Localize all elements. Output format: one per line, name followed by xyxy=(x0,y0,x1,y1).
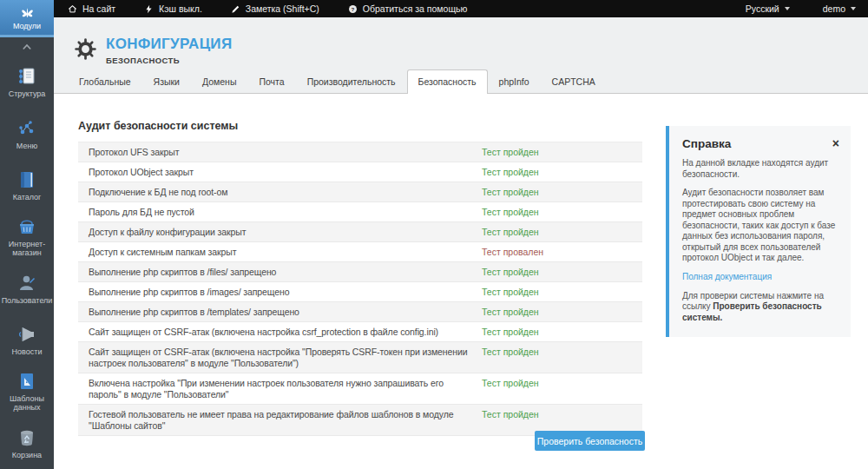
audit-row-label: Доступ к файлу конфигурации закрыт xyxy=(78,222,482,241)
audit-row-status: Тест пройден xyxy=(482,373,642,393)
audit-row-status: Тест пройден xyxy=(482,202,642,221)
tab-domains[interactable]: Домены xyxy=(191,69,247,94)
audit-title: Аудит безопасности системы xyxy=(78,120,642,132)
audit-row-label: Протокол UFS закрыт xyxy=(78,142,482,162)
language-label: Русский xyxy=(746,3,779,14)
sidebar-collapse-button[interactable] xyxy=(0,37,54,56)
tab-captcha[interactable]: CAPTCHA xyxy=(541,69,607,94)
audit-row-status: Тест пройден xyxy=(482,342,642,361)
caret-down-icon xyxy=(851,7,856,10)
full-documentation-link[interactable]: Полная документация xyxy=(682,272,772,283)
users-icon xyxy=(16,273,37,294)
catalog-icon xyxy=(16,169,37,190)
topbar-item-help[interactable]: ? Обратиться за помощью xyxy=(348,3,468,14)
svg-text:?: ? xyxy=(351,5,354,11)
pencil-icon xyxy=(231,4,240,14)
topbar-item-cache[interactable]: Кэш выкл. xyxy=(144,3,202,14)
audit-row-label: Доступ к системным папкам закрыт xyxy=(78,242,482,261)
header-main: КОНФИГУРАЦИЯ БЕЗОПАСНОСТЬ xyxy=(54,17,868,65)
audit-row: Подключение к БД не под root-ом Тест про… xyxy=(78,182,642,202)
audit-row-status: Тест пройден xyxy=(482,142,642,162)
audit-row: Пароль для БД не пустой Тест пройден xyxy=(78,202,642,222)
help-paragraph-3: Для проверки системы нажмите на ссылку П… xyxy=(682,291,838,324)
page-title: КОНФИГУРАЦИЯ xyxy=(106,36,232,53)
audit-row-label: Включена настройка "При изменении настро… xyxy=(78,373,482,404)
caret-down-icon xyxy=(785,7,790,10)
content: Аудит безопасности системы Протокол UFS … xyxy=(54,94,868,469)
audit-row-status: Тест пройден xyxy=(482,222,642,241)
sidebar-item-menu[interactable]: Меню xyxy=(0,108,54,159)
home-icon xyxy=(68,4,77,14)
menu-icon xyxy=(16,118,37,139)
sidebar-item-modules[interactable]: Модули xyxy=(0,0,54,37)
page-header: КОНФИГУРАЦИЯ БЕЗОПАСНОСТЬ ГлобальныеЯзык… xyxy=(54,17,868,94)
templates-icon xyxy=(16,371,37,392)
audit-row-label: Выполнение php скриптов в /templates/ за… xyxy=(78,302,482,321)
tab-bar: ГлобальныеЯзыкиДоменыПочтаПроизводительн… xyxy=(68,69,607,94)
audit-row-status: Тест пройден xyxy=(482,162,642,182)
tab-phpinfo[interactable]: phpInfo xyxy=(488,69,541,94)
tab-mail[interactable]: Почта xyxy=(247,69,295,94)
topbar-item-note[interactable]: Заметка (Shift+C) xyxy=(231,3,319,14)
audit-row: Включена настройка "При изменении настро… xyxy=(78,373,642,405)
topbar-item-site[interactable]: На сайт xyxy=(68,3,115,14)
sidebar-items: Структура Меню Каталог Интернет-магазин … xyxy=(0,56,54,469)
audit-row: Доступ к системным папкам закрыт Тест пр… xyxy=(78,242,642,262)
audit-row: Выполнение php скриптов в /images/ запре… xyxy=(78,282,642,302)
tab-languages[interactable]: Языки xyxy=(142,69,191,94)
sidebar-item-label: Модули xyxy=(13,22,41,30)
tab-global[interactable]: Глобальные xyxy=(68,69,142,94)
help-title: Справка xyxy=(682,137,838,150)
audit-row-label: Выполнение php скриптов в /images/ запре… xyxy=(78,282,482,301)
structure-icon xyxy=(16,66,37,87)
lightning-icon xyxy=(144,4,154,14)
audit-row-label: Сайт защищен от CSRF-атак (включена наст… xyxy=(78,322,482,341)
sidebar-item-templates[interactable]: Шаблоны данных xyxy=(0,366,54,417)
chevron-up-icon xyxy=(19,39,35,55)
audit-row-status: Тест пройден xyxy=(482,322,642,341)
check-security-button[interactable]: Проверить безопасность xyxy=(535,431,645,451)
audit-row-status: Тест пройден xyxy=(482,182,642,201)
sidebar-item-structure[interactable]: Структура xyxy=(0,56,54,108)
audit-row: Протокол UObject закрыт Тест пройден xyxy=(78,162,642,182)
help-panel: Справка × На данной вкладке находятся ау… xyxy=(666,126,851,337)
help-paragraph-1: На данной вкладке находятся аудит безопа… xyxy=(682,158,838,180)
audit-row-label: Подключение к БД не под root-ом xyxy=(78,182,482,201)
audit-row-status: Тест пройден xyxy=(482,262,642,281)
audit-row: Протокол UFS закрыт Тест пройден xyxy=(78,142,642,162)
audit-table: Аудит безопасности системы Протокол UFS … xyxy=(78,120,642,436)
audit-row-label: Протокол UObject закрыт xyxy=(78,162,482,182)
tab-performance[interactable]: Производительность xyxy=(296,69,407,94)
language-dropdown[interactable]: Русский xyxy=(746,3,790,14)
audit-row-status: Тест провален xyxy=(482,242,642,261)
sidebar-item-news[interactable]: Новости xyxy=(0,314,54,366)
audit-row: Выполнение php скриптов в /templates/ за… xyxy=(78,302,642,322)
audit-row: Доступ к файлу конфигурации закрыт Тест … xyxy=(78,222,642,242)
sidebar-item-trash[interactable]: Корзина xyxy=(0,418,54,469)
trash-icon xyxy=(16,427,37,448)
audit-row-label: Сайт защищен от CSRF-атак (включена наст… xyxy=(78,342,482,373)
page-subtitle: БЕЗОПАСНОСТЬ xyxy=(106,56,232,65)
user-dropdown[interactable]: demo xyxy=(823,3,856,14)
help-paragraph-2: Аудит безопасности позволяет вам протест… xyxy=(682,188,838,264)
sidebar-item-catalog[interactable]: Каталог xyxy=(0,160,54,211)
audit-row: Сайт защищен от CSRF-атак (включена наст… xyxy=(78,322,642,342)
user-label: demo xyxy=(823,3,845,14)
butterfly-logo-icon xyxy=(18,5,36,21)
help-icon: ? xyxy=(348,4,358,14)
audit-row-status: Тест пройден xyxy=(482,405,642,424)
sidebar-item-users[interactable]: Пользователи xyxy=(0,263,54,314)
audit-row-label: Гостевой пользователь не имеет права на … xyxy=(78,405,482,435)
audit-row-status: Тест пройден xyxy=(482,282,642,301)
shop-icon xyxy=(16,216,37,237)
sidebar: Модули Структура Меню Каталог Интернет-м… xyxy=(0,0,54,469)
close-icon[interactable]: × xyxy=(832,137,839,149)
tab-security[interactable]: Безопасность xyxy=(407,69,488,94)
sidebar-item-shop[interactable]: Интернет-магазин xyxy=(0,211,54,262)
news-icon xyxy=(16,324,37,345)
audit-row-label: Пароль для БД не пустой xyxy=(78,202,482,221)
audit-rows: Протокол UFS закрыт Тест пройден Протоко… xyxy=(78,142,642,436)
gear-icon xyxy=(73,36,98,62)
topbar: На сайт Кэш выкл. Заметка (Shift+C) ? Об… xyxy=(54,0,868,17)
topbar-right: Русский demo xyxy=(713,3,856,14)
